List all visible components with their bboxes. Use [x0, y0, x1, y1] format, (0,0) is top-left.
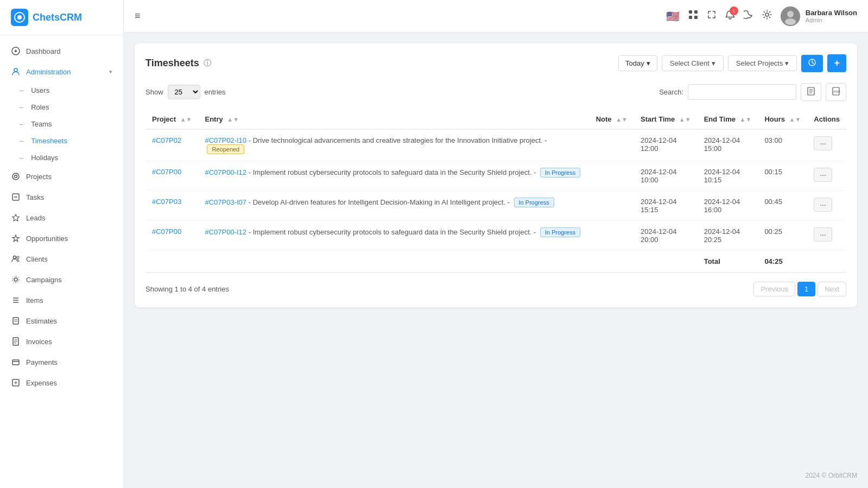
export-excel-button[interactable]	[801, 83, 821, 101]
sidebar-item-label-projects: Projects	[26, 173, 112, 181]
svg-rect-30	[694, 10, 698, 14]
sidebar-item-label-estimates: Estimates	[26, 317, 112, 325]
cell-end-time-1: 2024-12-0410:15	[698, 161, 758, 191]
export-pdf-button[interactable]: PDF	[826, 83, 846, 101]
row-actions-button-0[interactable]: ···	[814, 136, 832, 150]
user-name: Barbara Wilson	[806, 9, 857, 17]
dark-mode-icon[interactable]	[744, 10, 753, 22]
table-header-row: Project ▲▼ Entry ▲▼ Note ▲▼ Start Time ▲…	[145, 110, 846, 129]
header: ≡ 🇺🇸 1	[124, 0, 868, 33]
sort-icon: ▲▼	[616, 116, 628, 123]
sort-icon: ▲▼	[679, 116, 691, 123]
sidebar-item-leads[interactable]: Leads	[0, 207, 123, 228]
sidebar-item-items[interactable]: Items	[0, 290, 123, 310]
cell-entry-0: #C07P02-I10 - Drive technological advanc…	[198, 129, 589, 161]
sidebar-item-label-tasks: Tasks	[26, 193, 112, 201]
col-end-time[interactable]: End Time ▲▼	[698, 110, 758, 129]
cell-entry-1: #C07P00-I12 - Implement robust cybersecu…	[198, 161, 589, 191]
add-button[interactable]: +	[827, 54, 846, 72]
sidebar-item-administration[interactable]: Administration ▾	[0, 61, 123, 82]
sidebar-item-invoices[interactable]: Invoices	[0, 331, 123, 352]
sidebar-item-timesheets[interactable]: Timesheets	[0, 132, 123, 149]
notification-bell-icon[interactable]: 1	[725, 10, 735, 22]
row-actions-button-2[interactable]: ···	[814, 198, 832, 212]
sidebar-item-users[interactable]: Users	[0, 82, 123, 99]
col-entry[interactable]: Entry ▲▼	[198, 110, 589, 129]
sidebar-item-clients[interactable]: Clients	[0, 249, 123, 269]
sidebar-item-payments[interactable]: Payments	[0, 352, 123, 372]
dashboard-icon	[11, 46, 21, 56]
pagination-buttons: Previous 1 Next	[753, 282, 846, 296]
svg-point-5	[12, 173, 19, 180]
sidebar-item-estimates[interactable]: Estimates	[0, 310, 123, 331]
svg-marker-9	[12, 214, 19, 221]
row-actions-button-3[interactable]: ···	[814, 227, 832, 242]
col-note[interactable]: Note ▲▼	[590, 110, 634, 129]
payments-icon	[11, 357, 21, 367]
cell-hours-3: 00:25	[758, 221, 807, 251]
status-badge-2: In Progress	[514, 198, 554, 207]
today-filter-button[interactable]: Today ▾	[618, 55, 657, 71]
sidebar-item-dashboard[interactable]: Dashboard	[0, 41, 123, 61]
administration-icon	[11, 67, 21, 77]
clock-button[interactable]	[801, 55, 823, 72]
col-project[interactable]: Project ▲▼	[145, 110, 198, 129]
entry-link-1[interactable]: #C07P00-I12	[205, 168, 246, 176]
sidebar-item-label-invoices: Invoices	[26, 338, 112, 346]
opportunities-icon	[11, 233, 21, 243]
entries-select[interactable]: 25 10 50 100	[168, 85, 200, 99]
sidebar-item-roles[interactable]: Roles	[0, 99, 123, 116]
info-icon[interactable]: ⓘ	[204, 59, 211, 68]
project-link-3[interactable]: #C07P00	[152, 227, 181, 236]
table-controls: Show 25 10 50 100 entries Search:	[145, 83, 846, 101]
sidebar-item-opportunities[interactable]: Opportunities	[0, 228, 123, 249]
cell-hours-0: 03:00	[758, 129, 807, 161]
total-row: Total 04:25	[145, 251, 846, 273]
row-actions-button-1[interactable]: ···	[814, 168, 832, 182]
search-input[interactable]	[688, 84, 796, 100]
search-label: Search:	[659, 88, 683, 96]
cell-start-time-3: 2024-12-0420:00	[634, 221, 698, 251]
col-hours[interactable]: Hours ▲▼	[758, 110, 807, 129]
next-button[interactable]: Next	[818, 282, 846, 296]
entry-link-2[interactable]: #C07P03-I07	[205, 198, 246, 206]
sidebar-item-campaigns[interactable]: Campaigns	[0, 269, 123, 290]
table-row: #C07P02 #C07P02-I10 - Drive technologica…	[145, 129, 846, 161]
sidebar: ChetsCRM Dashboard Administration ▾ User…	[0, 0, 124, 488]
language-flag[interactable]: 🇺🇸	[666, 10, 680, 23]
sidebar-item-label-payments: Payments	[26, 358, 112, 366]
sidebar-item-teams[interactable]: Teams	[0, 116, 123, 132]
previous-button[interactable]: Previous	[753, 282, 795, 296]
sidebar-item-expenses[interactable]: Expenses	[0, 372, 123, 393]
select-client-button[interactable]: Select Client ▾	[662, 55, 724, 71]
page-1-button[interactable]: 1	[797, 282, 815, 296]
grid-icon[interactable]	[688, 10, 698, 22]
svg-point-12	[14, 278, 17, 281]
pagination-area: Showing 1 to 4 of 4 entries Previous 1 N…	[145, 282, 846, 296]
svg-point-4	[14, 68, 17, 72]
fullscreen-icon[interactable]	[707, 10, 717, 22]
table-row: #C07P03 #C07P03-I07 - Develop AI-driven …	[145, 191, 846, 221]
entry-link-0[interactable]: #C07P02-I10	[205, 136, 246, 144]
settings-icon[interactable]	[762, 10, 772, 22]
invoices-icon	[11, 337, 21, 346]
user-profile[interactable]: Barbara Wilson Admin	[781, 7, 857, 26]
main-area: ≡ 🇺🇸 1	[124, 0, 868, 488]
col-start-time[interactable]: Start Time ▲▼	[634, 110, 698, 129]
sidebar-sub-label-users: Users	[31, 86, 49, 94]
project-link-2[interactable]: #C07P03	[152, 198, 181, 206]
sidebar-item-label-clients: Clients	[26, 255, 112, 263]
project-link-1[interactable]: #C07P00	[152, 168, 181, 176]
select-projects-button[interactable]: Select Projects ▾	[728, 55, 797, 71]
search-box: Search: PDF	[659, 83, 846, 101]
entry-link-3[interactable]: #C07P00-I12	[205, 228, 246, 236]
svg-point-36	[785, 18, 796, 25]
user-details: Barbara Wilson Admin	[806, 9, 857, 23]
project-link-0[interactable]: #C07P02	[152, 136, 181, 144]
footer: 2024 © OrbitCRM	[124, 463, 868, 488]
sidebar-item-holidays[interactable]: Holidays	[0, 149, 123, 166]
sidebar-item-projects[interactable]: Projects	[0, 166, 123, 187]
menu-toggle-icon[interactable]: ≡	[135, 10, 141, 22]
leads-icon	[11, 213, 21, 223]
sidebar-item-tasks[interactable]: Tasks	[0, 187, 123, 207]
